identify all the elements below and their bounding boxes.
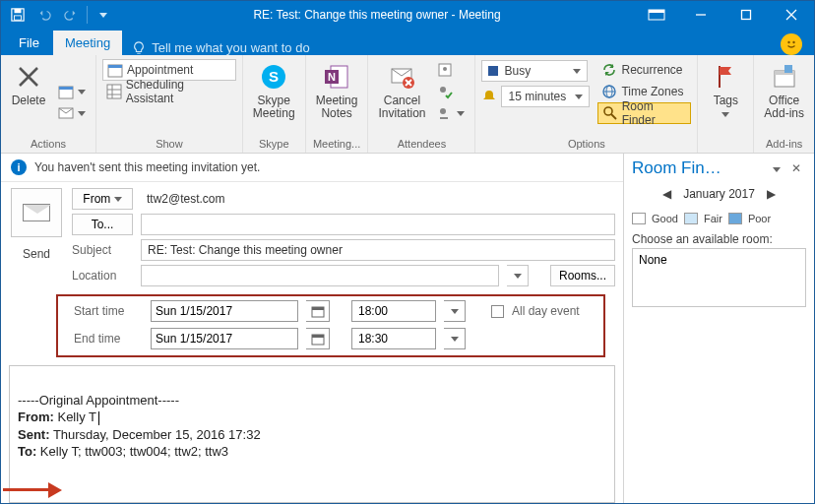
next-month-icon[interactable]: ▶ [767, 187, 776, 201]
onenote-icon: N [321, 61, 352, 93]
all-day-label: All day event [512, 304, 580, 318]
search-icon [602, 105, 617, 121]
ribbon-group-actions: Delete Actions [1, 55, 96, 153]
calendar-icon[interactable] [54, 81, 90, 102]
end-time-label: End time [74, 332, 143, 346]
start-time-input[interactable]: 18:00 [351, 300, 436, 322]
swatch-good [632, 213, 646, 224]
svg-text:N: N [328, 71, 336, 83]
subject-input[interactable]: RE: Test: Change this meeting owner [141, 239, 615, 261]
office-addins-button[interactable]: Office Add-ins [760, 59, 808, 122]
ribbon-tab-bar: File Meeting Tell me what you want to do [1, 29, 814, 55]
calendar-month: January 2017 [683, 187, 755, 201]
end-date-picker[interactable] [306, 328, 330, 349]
end-time-input[interactable]: 18:30 [351, 328, 436, 349]
svg-point-34 [440, 87, 446, 93]
to-button[interactable]: To... [72, 214, 133, 235]
cancel-icon [386, 61, 417, 93]
calendar-icon [311, 332, 325, 346]
qat-customize-icon[interactable] [91, 3, 116, 27]
reminder-dropdown[interactable]: 15 minutes [501, 86, 590, 107]
svg-rect-46 [312, 307, 324, 310]
meeting-notes-button[interactable]: N Meeting Notes [312, 59, 362, 122]
ribbon-group-skype: S Skype Meeting Skype M... [243, 55, 306, 153]
to-input[interactable] [141, 214, 615, 235]
calendar-nav: ◀ January 2017 ▶ [624, 183, 814, 205]
save-icon[interactable] [5, 3, 31, 27]
svg-rect-4 [649, 10, 664, 13]
delete-icon [13, 61, 44, 93]
from-button[interactable]: From [72, 188, 133, 210]
address-book-icon[interactable] [433, 59, 469, 81]
tab-meeting[interactable]: Meeting [53, 31, 122, 55]
room-finder-pane: Room Fin… ✕ ◀ January 2017 ▶ Good Fair P… [623, 154, 814, 503]
minimize-button[interactable] [678, 1, 723, 29]
location-input[interactable] [141, 265, 499, 286]
from-value: ttw2@test.com [141, 188, 615, 210]
titlebar: RE: Test: Change this meeting owner - Me… [1, 1, 814, 29]
show-as-dropdown[interactable]: Busy [481, 60, 588, 82]
window-title: RE: Test: Change this meeting owner - Me… [120, 8, 634, 22]
send-button[interactable] [11, 188, 62, 237]
delete-button[interactable]: Delete [7, 59, 50, 109]
svg-rect-1 [15, 9, 22, 13]
skype-meeting-button[interactable]: S Skype Meeting [249, 59, 299, 122]
meeting-form: i You haven't sent this meeting invitati… [1, 154, 623, 503]
svg-rect-44 [784, 65, 792, 73]
tell-me-search[interactable]: Tell me what you want to do [122, 40, 781, 55]
envelope-icon [23, 204, 50, 221]
choose-room-label: Choose an available room: [624, 226, 814, 248]
skype-icon: S [258, 61, 289, 93]
forward-icon[interactable] [54, 102, 90, 124]
text-caret [98, 411, 99, 425]
swatch-fair [684, 213, 698, 224]
svg-rect-19 [107, 85, 121, 98]
addins-icon [769, 61, 800, 93]
check-names-icon[interactable] [433, 81, 469, 102]
room-finder-button[interactable]: Room Finder [597, 102, 691, 124]
file-tab[interactable]: File [5, 31, 53, 55]
ribbon-group-show: Appointment Scheduling Assistant Show [96, 55, 243, 153]
room-finder-title: Room Fin… [632, 158, 767, 178]
message-body[interactable]: -----Original Appointment----- From: Kel… [9, 365, 615, 503]
svg-line-40 [611, 114, 616, 119]
close-button[interactable] [769, 1, 814, 29]
redo-icon[interactable] [58, 3, 84, 27]
rooms-button[interactable]: Rooms... [550, 265, 615, 286]
start-time-label: Start time [74, 304, 143, 318]
globe-icon [601, 84, 617, 99]
undo-icon[interactable] [31, 3, 57, 27]
svg-rect-2 [15, 16, 22, 20]
recurrence-button[interactable]: Recurrence [597, 59, 691, 81]
info-icon: i [11, 159, 27, 175]
start-time-dropdown[interactable] [444, 300, 466, 322]
end-date-input[interactable]: Sun 1/15/2017 [151, 328, 298, 349]
pane-close-icon[interactable]: ✕ [786, 161, 806, 175]
end-time-dropdown[interactable] [444, 328, 466, 349]
svg-point-35 [440, 108, 446, 114]
svg-point-10 [787, 41, 789, 43]
prev-month-icon[interactable]: ◀ [662, 187, 671, 201]
pane-options-icon[interactable] [767, 161, 786, 175]
swatch-poor [728, 213, 742, 224]
window-controls [634, 1, 814, 29]
ribbon-group-attendees: Cancel Invitation Attendees [368, 55, 475, 153]
ribbon-display-options-icon[interactable] [634, 1, 678, 29]
ribbon-group-tags: Tags [698, 55, 754, 153]
response-options-icon[interactable] [433, 102, 469, 124]
legend: Good Fair Poor [624, 205, 814, 226]
svg-point-33 [443, 67, 447, 71]
available-rooms-list[interactable]: None [632, 248, 806, 307]
scheduling-assistant-button[interactable]: Scheduling Assistant [102, 81, 236, 102]
start-date-picker[interactable] [306, 300, 330, 322]
all-day-checkbox[interactable] [491, 305, 504, 318]
tags-button[interactable]: Tags [704, 59, 747, 122]
maximize-button[interactable] [723, 1, 769, 29]
feedback-smiley-icon[interactable] [781, 33, 802, 55]
subject-label: Subject [72, 243, 133, 257]
quick-access-toolbar [1, 3, 120, 27]
location-dropdown[interactable] [507, 265, 529, 286]
cancel-invitation-button[interactable]: Cancel Invitation [374, 59, 429, 122]
calendar-icon [107, 62, 123, 78]
start-date-input[interactable]: Sun 1/15/2017 [151, 300, 298, 322]
